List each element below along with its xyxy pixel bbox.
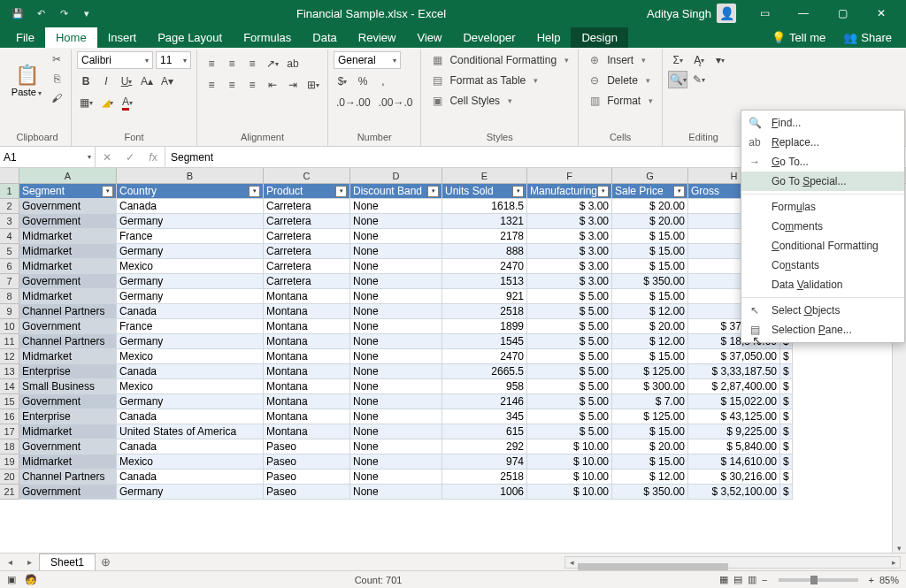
cell[interactable]: Enterprise	[19, 409, 117, 424]
cell[interactable]: $ 3,52,100.00	[688, 485, 780, 500]
cell[interactable]: Canada	[117, 304, 264, 319]
cell[interactable]: $ 5.00	[527, 334, 612, 349]
cell[interactable]: $ 3,33,187.50	[688, 364, 780, 379]
tab-nav-prev[interactable]: ◂	[0, 557, 19, 567]
cell[interactable]: $ 20.00	[612, 319, 688, 334]
paste-button[interactable]: 📋 Paste ▾	[9, 51, 44, 110]
tab-help[interactable]: Help	[526, 27, 572, 48]
increase-indent-icon[interactable]: ⇥	[284, 76, 302, 94]
align-top-icon[interactable]: ≡	[203, 55, 220, 73]
cell[interactable]: $ 5.00	[527, 304, 612, 319]
copy-icon[interactable]: ⎘	[48, 71, 65, 87]
cell[interactable]: $ 3.00	[527, 199, 612, 214]
cell[interactable]: Government	[19, 274, 117, 289]
italic-button[interactable]: I	[97, 73, 115, 90]
cell[interactable]: France	[117, 229, 264, 244]
cell[interactable]: Montana	[264, 319, 350, 334]
menu-comments[interactable]: Comments	[741, 217, 904, 236]
cell[interactable]: None	[350, 394, 442, 409]
cell[interactable]: Paseo	[264, 485, 350, 500]
cell[interactable]: Montana	[264, 289, 350, 304]
column-header[interactable]: B	[117, 168, 264, 183]
orientation-icon[interactable]: ↗▾	[264, 55, 281, 73]
cell[interactable]: Montana	[264, 394, 350, 409]
cell[interactable]: None	[350, 485, 442, 500]
fill-color-button[interactable]: ◢▾	[98, 94, 116, 111]
cell[interactable]: $ 5,840.00	[688, 439, 780, 454]
row-header[interactable]: 17	[0, 424, 19, 439]
cell[interactable]: Midmarket	[19, 349, 117, 364]
cell[interactable]: Germany	[117, 334, 264, 349]
cell[interactable]: None	[350, 259, 442, 274]
cell[interactable]: None	[350, 289, 442, 304]
cell[interactable]: None	[350, 229, 442, 244]
table-header-cell[interactable]: Sale Price▾	[612, 184, 688, 199]
menu-goto-special[interactable]: Go To Special...	[741, 172, 904, 191]
cell[interactable]: $ 350.00	[612, 485, 688, 500]
cell[interactable]: $ 10.00	[527, 485, 612, 500]
row-header[interactable]: 5	[0, 244, 19, 259]
cell[interactable]: Montana	[264, 304, 350, 319]
cell[interactable]: Government	[19, 485, 117, 500]
cell-styles-button[interactable]: ▣Cell Styles▾	[426, 92, 572, 110]
menu-select-objects[interactable]: ↖Select Objects	[741, 301, 904, 320]
fill-icon[interactable]: ▾▾	[710, 51, 730, 69]
cell[interactable]: $ 3.00	[527, 259, 612, 274]
cell[interactable]: $ 20.00	[612, 439, 688, 454]
cell[interactable]: 921	[442, 289, 527, 304]
filter-dropdown-icon[interactable]: ▾	[427, 186, 439, 197]
accessibility-icon[interactable]: 🧑	[25, 574, 37, 585]
row-header[interactable]: 11	[0, 334, 19, 349]
font-name-dropdown[interactable]: Calibri▾	[77, 51, 153, 69]
cell[interactable]: 2470	[442, 259, 527, 274]
cell[interactable]: $ 300.00	[612, 379, 688, 394]
merge-center-icon[interactable]: ⊞▾	[304, 76, 322, 94]
cell[interactable]: Midmarket	[19, 229, 117, 244]
tab-insert[interactable]: Insert	[97, 27, 148, 48]
cell[interactable]: Carretera	[264, 259, 350, 274]
tab-file[interactable]: File	[5, 27, 45, 48]
cell[interactable]: None	[350, 244, 442, 259]
insert-button[interactable]: ⊕Insert▾	[584, 51, 656, 69]
row-header[interactable]: 9	[0, 304, 19, 319]
cell[interactable]: Montana	[264, 364, 350, 379]
row-header[interactable]: 16	[0, 409, 19, 424]
cell[interactable]: 2665.5	[442, 364, 527, 379]
bold-button[interactable]: B	[77, 73, 95, 90]
cell[interactable]: $ 5.00	[527, 424, 612, 439]
increase-font-button[interactable]: A▴	[138, 73, 156, 90]
autosum-icon[interactable]: Σ▾	[668, 51, 687, 69]
cell[interactable]: Germany	[117, 394, 264, 409]
cell[interactable]: Midmarket	[19, 454, 117, 470]
cell[interactable]: $ 10.00	[527, 470, 612, 485]
cell[interactable]: $ 5.00	[527, 409, 612, 424]
menu-selection-pane[interactable]: ▤Selection Pane...	[741, 320, 904, 340]
cell[interactable]: 345	[442, 409, 527, 424]
tab-nav-next[interactable]: ▸	[19, 557, 39, 567]
cell[interactable]: $ 20.00	[612, 199, 688, 214]
cell[interactable]: Carretera	[264, 274, 350, 289]
cell[interactable]: France	[117, 319, 264, 334]
cell[interactable]: 2470	[442, 349, 527, 364]
row-header[interactable]: 10	[0, 319, 19, 334]
minimize-button[interactable]: —	[784, 0, 823, 27]
column-header[interactable]: C	[264, 168, 350, 183]
cell[interactable]: $ 3.00	[527, 229, 612, 244]
cell[interactable]: $ 5.00	[527, 349, 612, 364]
menu-formulas[interactable]: Formulas	[741, 197, 904, 217]
cell[interactable]: Montana	[264, 349, 350, 364]
zoom-slider[interactable]	[779, 578, 858, 582]
enter-icon[interactable]: ✓	[119, 151, 142, 164]
cell[interactable]: Carretera	[264, 199, 350, 214]
cell[interactable]: Mexico	[117, 454, 264, 470]
account-area[interactable]: Aditya Singh 👤	[647, 4, 736, 23]
comma-format-icon[interactable]: ,	[374, 73, 392, 90]
cell[interactable]: $	[780, 439, 793, 454]
row-header[interactable]: 1	[0, 184, 19, 199]
cell[interactable]: $	[780, 349, 793, 364]
maximize-button[interactable]: ▢	[823, 0, 862, 27]
cell[interactable]: $	[780, 394, 793, 409]
ribbon-display-options-icon[interactable]: ▭	[745, 0, 784, 27]
table-header-cell[interactable]: Segment▾	[19, 184, 117, 199]
record-macro-icon[interactable]: ▣	[7, 574, 16, 585]
